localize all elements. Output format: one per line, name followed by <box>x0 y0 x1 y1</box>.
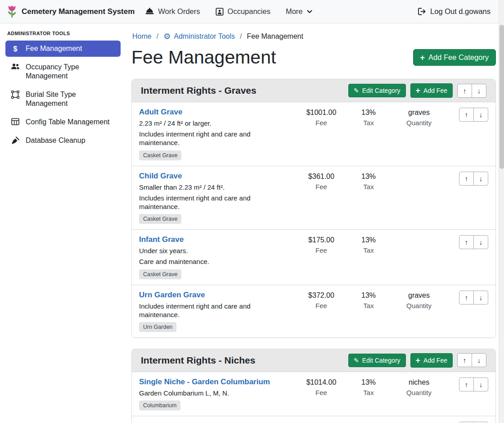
nav-occupancies-label: Occupancies <box>228 7 270 16</box>
move-fee-down-button[interactable]: ↓ <box>473 235 488 249</box>
fee-type-badge: Casket Grave <box>139 214 181 224</box>
fee-name-link[interactable]: Child Grave <box>139 172 182 181</box>
fee-tax: 13% <box>348 378 389 387</box>
move-fee-up-button[interactable]: ↑ <box>459 172 474 186</box>
fee-tax: 13% <box>348 173 389 181</box>
fee-quantity: graves <box>389 109 449 117</box>
fee-amount-label: Fee <box>295 119 348 127</box>
fee-type-badge: Casket Grave <box>139 150 181 160</box>
move-category-up-button[interactable]: ↑ <box>457 353 472 367</box>
add-fee-label: Add Fee <box>423 357 447 364</box>
fee-reorder-group: ↑ ↓ <box>451 291 488 305</box>
scrollbar-thumb[interactable] <box>500 25 504 169</box>
sidebar-heading: Administrator Tools <box>7 31 119 36</box>
breadcrumb-home-link[interactable]: Home <box>132 32 152 41</box>
fee-amount-col: $372.00 Fee <box>295 291 348 309</box>
fee-amount-col: $1001.00 Fee <box>295 108 348 127</box>
add-fee-button[interactable]: + Add Fee <box>410 83 453 98</box>
add-fee-button[interactable]: + Add Fee <box>410 353 453 368</box>
breadcrumb-admin-tools-label: Administrator Tools <box>174 32 235 41</box>
move-category-down-button[interactable]: ↓ <box>472 353 486 367</box>
category-reorder-group: ↑ ↓ <box>457 353 486 367</box>
users-icon <box>11 63 20 70</box>
chevron-down-icon <box>307 10 312 14</box>
logout-button[interactable]: Log Out d.gowans <box>418 7 490 16</box>
move-category-up-button[interactable]: ↑ <box>457 84 472 98</box>
fee-description: Includes interment right and care and ma… <box>139 194 290 211</box>
dollar-icon: $ <box>11 45 20 53</box>
category-actions: ✎ Edit Category + Add Fee ↑ ↓ <box>348 83 486 98</box>
breadcrumb-current: Fee Management <box>247 32 303 41</box>
move-fee-down-button[interactable]: ↓ <box>473 172 488 186</box>
fee-quantity-label: Quantity <box>389 302 449 309</box>
nav-work-orders[interactable]: Work Orders <box>145 7 200 16</box>
sidebar-item-fee-management[interactable]: $ Fee Management <box>5 41 121 57</box>
sidebar-item-burial-site-type[interactable]: Burial Site Type Management <box>5 86 121 112</box>
breadcrumb-separator: / <box>157 32 158 41</box>
fee-row: Infant Grave Under six years. Care and m… <box>132 229 495 284</box>
add-fee-category-button[interactable]: + Add Fee Category <box>413 49 496 66</box>
app-brand[interactable]: Cemetery Management System <box>6 5 135 18</box>
arrow-up-icon: ↑ <box>465 111 468 118</box>
fee-description: Smaller than 2.23 m² / 24 ft². <box>139 183 290 191</box>
edit-category-button[interactable]: ✎ Edit Category <box>348 84 406 97</box>
fee-name-link[interactable]: Infant Grave <box>139 235 184 244</box>
breadcrumb-admin-tools-link[interactable]: ⚙ Administrator Tools <box>163 32 235 41</box>
fee-quantity-col: niches Quantity <box>389 378 449 396</box>
category-title: Interment Rights - Graves <box>141 85 348 96</box>
arrow-down-icon: ↓ <box>479 238 483 246</box>
fee-description: 2.23 m² / 24 ft² or larger. <box>139 119 290 127</box>
sidebar-item-database-cleanup[interactable]: Database Cleanup <box>5 132 121 149</box>
fee-quantity-col <box>389 172 449 173</box>
fee-row: Adult Grave 2.23 m² / 24 ft² or larger. … <box>132 102 495 166</box>
fee-name-link[interactable]: Single Niche - Garden Columbarium <box>139 378 270 387</box>
move-fee-down-button[interactable]: ↓ <box>473 108 488 122</box>
move-fee-down-button[interactable]: ↓ <box>473 378 488 391</box>
fee-quantity-col: graves Quantity <box>389 108 449 127</box>
fee-name-link[interactable]: Urn Garden Grave <box>139 291 205 300</box>
move-category-down-button[interactable]: ↓ <box>472 84 486 98</box>
arrow-up-icon: ↑ <box>465 238 468 246</box>
plus-icon: + <box>416 356 421 364</box>
broom-icon <box>11 136 20 145</box>
vector-square-icon <box>11 91 20 99</box>
fee-amount: $1014.00 <box>295 378 348 387</box>
sidebar-item-config-table[interactable]: Config Table Management <box>5 114 121 130</box>
fee-amount: $361.00 <box>295 173 348 181</box>
sidebar-item-label: Fee Management <box>26 44 82 53</box>
sidebar-item-label: Occupancy Type Management <box>26 63 115 81</box>
arrow-up-icon: ↑ <box>463 87 467 95</box>
fee-reorder-group: ↑ ↓ <box>451 235 488 249</box>
sidebar-item-label: Burial Site Type Management <box>26 90 115 108</box>
nav-occupancies[interactable]: Occupancies <box>216 7 270 16</box>
move-fee-up-button[interactable]: ↑ <box>459 108 474 122</box>
fee-amount: $1001.00 <box>295 109 348 117</box>
nav-more[interactable]: More <box>286 7 312 16</box>
pencil-icon: ✎ <box>354 357 359 364</box>
move-fee-up-button[interactable]: ↑ <box>459 291 474 305</box>
move-fee-down-button[interactable]: ↓ <box>473 291 488 305</box>
fee-amount-label: Fee <box>295 389 348 396</box>
move-fee-up-button[interactable]: ↑ <box>459 235 474 249</box>
fee-type-badge: Urn Garden <box>139 322 176 332</box>
fee-amount-label: Fee <box>295 302 348 309</box>
page-scrollbar[interactable] <box>499 0 504 423</box>
fee-amount: $372.00 <box>295 291 348 300</box>
fee-name-link[interactable]: Adult Grave <box>139 108 182 117</box>
edit-category-button[interactable]: ✎ Edit Category <box>348 354 406 367</box>
sidebar-item-occupancy-type[interactable]: Occupancy Type Management <box>5 59 121 84</box>
plus-icon: + <box>416 86 421 95</box>
move-fee-up-button[interactable]: ↑ <box>459 378 474 391</box>
fee-amount-col: $175.00 Fee <box>295 235 348 254</box>
arrow-up-icon: ↑ <box>465 381 468 388</box>
fee-tax-label: Tax <box>348 302 389 309</box>
logout-label: Log Out d.gowans <box>430 7 490 16</box>
fee-description: Includes interment right and care and ma… <box>139 302 290 319</box>
fee-tax: 13% <box>348 109 389 117</box>
add-fee-label: Add Fee <box>423 87 447 94</box>
arrow-down-icon: ↓ <box>477 356 481 364</box>
hard-hat-icon <box>145 8 154 15</box>
category-actions: ✎ Edit Category + Add Fee ↑ ↓ <box>348 353 486 368</box>
page-layout: Administrator Tools $ Fee Management Occ… <box>0 23 504 423</box>
arrow-up-icon: ↑ <box>465 294 468 301</box>
